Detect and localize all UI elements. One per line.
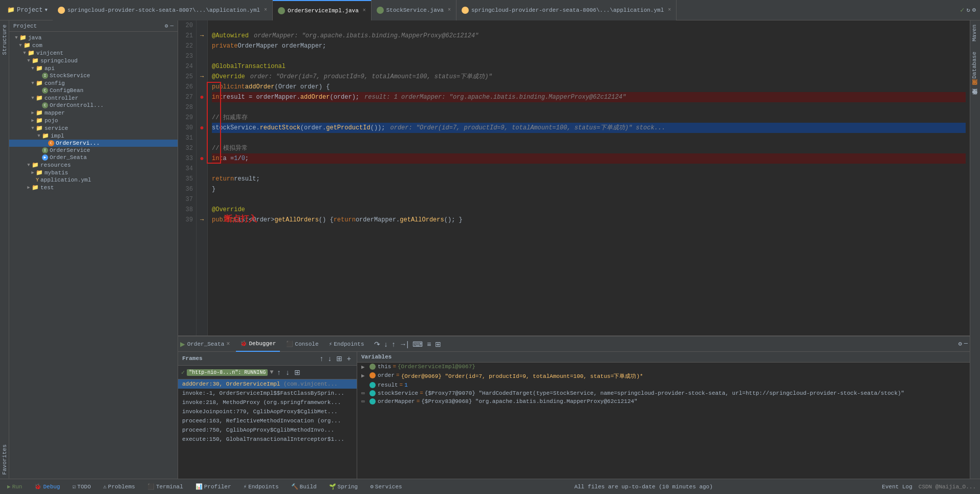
settings-icon[interactable]: ⚙ [959, 340, 962, 348]
tree-resources[interactable]: ▼ 📁 resources [9, 161, 178, 169]
breakpoint-30[interactable]: ● [200, 124, 204, 131]
up-frame-btn[interactable]: ↑ [318, 353, 325, 364]
restore-layout-btn[interactable]: ⊞ [433, 339, 443, 349]
maven-tab[interactable]: Maven [970, 20, 980, 46]
tree-com[interactable]: ▼ 📁 com [9, 41, 178, 49]
tree-vinjcent[interactable]: ▼ 📁 vinjcent [9, 49, 178, 57]
frames-title: Frames [182, 355, 203, 362]
minus-icon[interactable]: — [170, 23, 173, 29]
structure-tab[interactable]: Structure [1, 20, 9, 59]
chinese-tab1[interactable]: 阿里云 [970, 85, 980, 93]
close-icon[interactable]: × [668, 7, 671, 13]
tree-config[interactable]: ▼ 📁 config [9, 79, 178, 87]
database-tab[interactable]: Database [970, 48, 980, 83]
frame-item-6[interactable]: execute:150, GlobalTransactionalIntercep… [178, 435, 357, 444]
build-status-btn[interactable]: 🔨 Build [288, 482, 320, 491]
status-bar: ▶ Run 🐞 Debug ☑ TODO ⚠ Problems ⬛ Termin… [0, 479, 980, 494]
refresh-icon[interactable]: ↻ [967, 6, 970, 14]
problems-status-btn[interactable]: ⚠ Problems [100, 482, 138, 491]
frame-item-1[interactable]: invoke:-1, OrderServiceImpl$$FastClassBy… [178, 389, 357, 398]
add-frame-btn[interactable]: + [345, 353, 353, 364]
debug-status-btn[interactable]: 🐞 Debug [31, 482, 63, 491]
profiler-status-btn[interactable]: 📊 Profiler [192, 482, 234, 491]
filter-frame-btn[interactable]: ⊞ [335, 353, 344, 364]
spring-status-btn[interactable]: 🌱 Spring [326, 482, 361, 491]
minimize-icon[interactable]: — [964, 340, 968, 348]
tree-java[interactable]: ▼ 📁 java [9, 34, 178, 41]
step-into-btn[interactable]: ↓ [383, 339, 389, 349]
close-icon[interactable]: × [264, 7, 267, 13]
frame-item-5[interactable]: proceed:750, CglibAopProxy$CglibMethodIn… [178, 425, 357, 435]
favorites-tab[interactable]: Favorites [1, 440, 9, 479]
tab-stockservice[interactable]: StockService.java × [372, 0, 456, 20]
thread-down-btn[interactable]: ↓ [284, 367, 291, 377]
var-item-order[interactable]: ▶ order = {Order@9069} "Order(id=7, prod… [357, 371, 970, 381]
endpoints-status-btn[interactable]: ⚡ Endpoints [241, 482, 282, 491]
build-label: Build [300, 484, 317, 490]
step-over-btn[interactable]: ↷ [373, 339, 382, 349]
expand-this[interactable]: ▶ [361, 364, 367, 370]
tab-yaml1[interactable]: springcloud-provider-stock-seata-8007\..… [53, 0, 273, 20]
endpoints-icon: ⚡ [329, 341, 333, 347]
frame-item-0[interactable]: addOrder:30, OrderServiceImpl (com.vinjc… [178, 379, 357, 389]
step-out-btn[interactable]: ↑ [390, 339, 397, 349]
thread-dropdown[interactable]: ▼ [270, 369, 273, 376]
tree-mapper[interactable]: ▶ 📁 mapper [9, 109, 178, 117]
var-item-stockservice[interactable]: ∞ stockService = {$Proxy77@9070} "HardCo… [357, 389, 970, 397]
event-log-btn[interactable]: Event Log [882, 484, 912, 490]
tree-ordercontroll[interactable]: C OrderControll... [9, 102, 178, 109]
tree-application-yml[interactable]: Y application.yml [9, 176, 178, 184]
tree-orderserviceimpl[interactable]: C OrderServi... [9, 140, 178, 147]
frames-btn[interactable]: ≡ [425, 339, 432, 349]
tree-controller[interactable]: ▼ 📁 controller [9, 94, 178, 102]
tree-pojo[interactable]: ▶ 📁 pojo [9, 117, 178, 124]
evaluate-btn[interactable]: ⌨ [411, 339, 424, 349]
todo-status-btn[interactable]: ☑ TODO [69, 482, 94, 491]
close-icon[interactable]: × [448, 7, 451, 13]
tree-configbean[interactable]: C ConfigBean [9, 87, 178, 94]
frame-item-3[interactable]: invokeJoinpoint:779, CglibAopProxy$Cglib… [178, 407, 357, 416]
tree-mybatis[interactable]: ▶ 📁 mybatis [9, 169, 178, 176]
close-icon[interactable]: × [363, 8, 366, 13]
thread-row: ✓ "http-nio-8...n": RUNNING ▼ ↑ ↓ ⊞ [178, 366, 357, 379]
down-frame-btn[interactable]: ↓ [326, 353, 333, 364]
run-status-btn[interactable]: ▶ Run [4, 482, 25, 491]
terminal-status-btn[interactable]: ⬛ Terminal [144, 482, 186, 491]
tree-orderservice-iface[interactable]: I OrderService [9, 147, 178, 154]
tree-api[interactable]: ▼ 📁 api [9, 64, 178, 72]
console-tab[interactable]: ⬛ Console [282, 336, 322, 352]
close-session-icon[interactable]: × [226, 341, 230, 348]
tree-stockservice[interactable]: I StockService [9, 72, 178, 79]
expand-order[interactable]: ▶ [361, 372, 367, 379]
settings-icon[interactable]: ⚙ [972, 6, 976, 14]
var-item-ordermapper[interactable]: ∞ orderMapper = {$Proxy83@9068} "org.apa… [357, 397, 970, 406]
frame-item-2[interactable]: invoke:218, MethodProxy (org.springframe… [178, 398, 357, 407]
code-lines[interactable]: @Autowired orderMapper: "org.apache.ibat… [208, 20, 970, 335]
thread-up-btn[interactable]: ↑ [275, 367, 282, 377]
var-item-this[interactable]: ▶ this = {OrderServiceImpl@9067} [357, 363, 970, 371]
expand-stockservice[interactable]: ∞ [361, 390, 367, 396]
tree-impl[interactable]: ▼ 📁 impl [9, 132, 178, 140]
endpoints-tab[interactable]: ⚡ Endpoints [325, 336, 368, 352]
run-to-cursor-btn[interactable]: →| [398, 339, 410, 349]
tree-order-seata[interactable]: ▶ Order_Seata [9, 154, 178, 161]
chinese-tab2[interactable]: 中文注释 [970, 95, 980, 103]
breakpoint-33[interactable]: ● [200, 155, 204, 162]
debug-run-icon[interactable]: ▶ [180, 339, 185, 349]
thread-filter-btn[interactable]: ⊞ [293, 367, 302, 377]
services-status-btn[interactable]: ⚙ Services [367, 482, 405, 491]
variables-header: Variables [357, 352, 970, 363]
tree-service[interactable]: ▼ 📁 service [9, 124, 178, 132]
tree-springcloud[interactable]: ▼ 📁 springcloud [9, 57, 178, 64]
expand-ordermapper[interactable]: ∞ [361, 398, 367, 405]
project-button[interactable]: 📁 Project ▼ [4, 5, 51, 15]
code-editor: 20 21 22 23 24 25 26 27 28 29 30 31 32 3… [178, 20, 970, 335]
frame-item-4[interactable]: proceed:163, ReflectiveMethodInvocation … [178, 416, 357, 425]
gear-icon[interactable]: ⚙ [165, 23, 168, 29]
tree-test[interactable]: ▶ 📁 test [9, 184, 178, 191]
breakpoint-27[interactable]: ● [200, 94, 204, 101]
var-item-result[interactable]: result = 1 [357, 381, 970, 389]
debugger-tab[interactable]: 🐞 Debugger [236, 336, 280, 352]
tab-yaml2[interactable]: springcloud-provider-order-seata-8006\..… [456, 0, 677, 20]
tab-orderserviceimpl[interactable]: OrderServiceImpl.java × [273, 0, 372, 20]
